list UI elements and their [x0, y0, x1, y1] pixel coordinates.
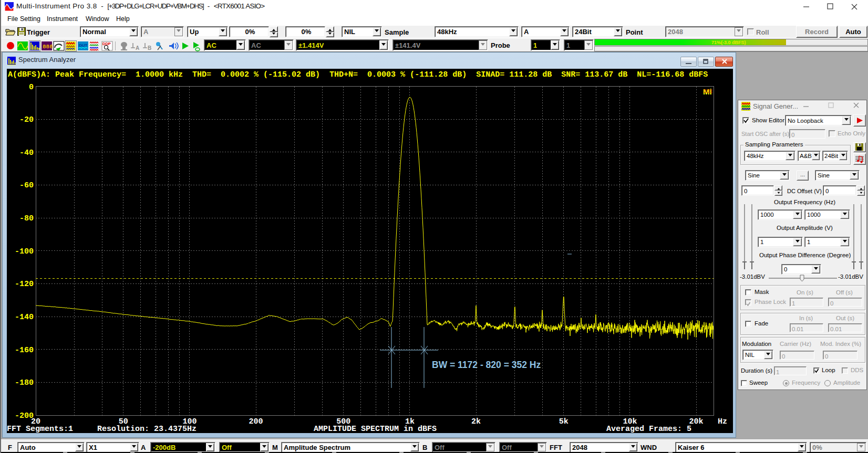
- svg-text:-20: -20: [19, 115, 34, 124]
- svg-text:-120: -120: [15, 280, 34, 289]
- svg-text:2k: 2k: [471, 417, 481, 426]
- svg-text:FFT Segments:1: FFT Segments:1: [7, 425, 73, 433]
- svg-text:-140: -140: [15, 313, 34, 322]
- svg-text:-80: -80: [19, 214, 34, 223]
- svg-text:-40: -40: [19, 149, 34, 157]
- svg-text:Hz: Hz: [718, 417, 727, 426]
- svg-text:-60: -60: [19, 181, 34, 190]
- svg-text:0: 0: [29, 83, 34, 92]
- svg-text:Averaged Frames: 5: Averaged Frames: 5: [606, 425, 691, 433]
- svg-text:200: 200: [249, 417, 263, 426]
- svg-text:-100: -100: [15, 247, 34, 256]
- svg-text:A: A: [136, 45, 139, 51]
- svg-text:888: 888: [43, 44, 53, 50]
- svg-text:Mi: Mi: [703, 87, 712, 96]
- svg-text:Resolution: 23.4375Hz: Resolution: 23.4375Hz: [97, 425, 197, 433]
- svg-text:BW = 1172 - 820 = 352 Hz: BW = 1172 - 820 = 352 Hz: [432, 360, 541, 370]
- svg-text:-160: -160: [15, 346, 34, 355]
- svg-text:B: B: [148, 45, 151, 51]
- svg-text:AMPLITUDE SPECTRUM in dBFS: AMPLITUDE SPECTRUM in dBFS: [314, 425, 437, 433]
- svg-text:-180: -180: [15, 378, 34, 387]
- svg-text:5k: 5k: [559, 417, 569, 426]
